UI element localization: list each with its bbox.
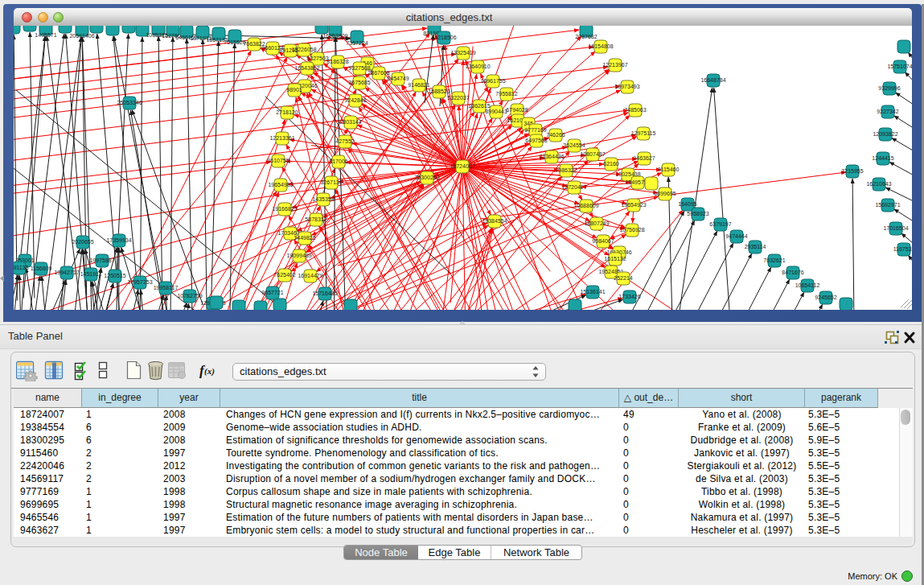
svg-text:1451911: 1451911 (80, 271, 102, 277)
svg-text:5958923: 5958923 (687, 211, 708, 216)
svg-text:16210643: 16210643 (866, 181, 891, 187)
svg-text:19942717: 19942717 (54, 270, 79, 275)
svg-text:7955812: 7955812 (495, 91, 517, 97)
svg-text:9242848: 9242848 (344, 97, 366, 103)
svg-text:991133: 991133 (14, 265, 29, 270)
svg-text:164095: 164095 (678, 201, 696, 207)
svg-text:16914479: 16914479 (298, 273, 322, 278)
svg-text:16648784: 16648784 (700, 77, 725, 83)
svg-text:817006: 817006 (329, 159, 347, 164)
svg-text:1167533: 1167533 (893, 246, 912, 252)
svg-text:16961755: 16961755 (480, 78, 505, 84)
svg-text:427552: 427552 (335, 138, 354, 144)
svg-text:7485063: 7485063 (624, 107, 646, 113)
svg-text:1588520: 1588520 (428, 89, 450, 94)
svg-text:2087682: 2087682 (575, 34, 597, 39)
svg-text:17359934: 17359934 (106, 237, 131, 243)
svg-text:9610755: 9610755 (267, 158, 289, 163)
svg-text:8186328: 8186328 (326, 59, 348, 64)
svg-text:9084067: 9084067 (592, 238, 614, 244)
svg-text:10756928: 10756928 (619, 227, 644, 233)
svg-text:19975887: 19975887 (89, 257, 114, 263)
svg-text:19654923: 19654923 (621, 202, 646, 208)
svg-text:16053809: 16053809 (322, 33, 347, 39)
svg-text:15716485: 15716485 (312, 290, 337, 296)
svg-text:7632621: 7632621 (763, 257, 785, 263)
svg-text:6794028: 6794028 (506, 107, 528, 113)
svg-text:9777169: 9777169 (524, 127, 546, 133)
svg-text:15751074: 15751074 (887, 64, 912, 69)
svg-text:10973493: 10973493 (614, 84, 639, 89)
svg-text:9657721: 9657721 (261, 290, 283, 295)
svg-text:10654112: 10654112 (795, 282, 820, 288)
svg-text:19958117: 19958117 (154, 285, 179, 290)
svg-text:13226058: 13226058 (291, 47, 316, 52)
svg-text:6497568: 6497568 (525, 138, 547, 143)
svg-text:2020655: 2020655 (72, 239, 93, 245)
svg-text:6899695: 6899695 (654, 191, 676, 196)
svg-text:13325419: 13325419 (450, 50, 475, 56)
svg-text:7357224: 7357224 (346, 40, 368, 46)
svg-text:2935114: 2935114 (745, 244, 766, 249)
svg-text:2718120: 2718120 (276, 109, 298, 115)
svg-text:6379197: 6379197 (709, 221, 731, 227)
svg-text:12213967: 12213967 (602, 62, 627, 68)
svg-text:19166825: 19166825 (272, 206, 297, 212)
svg-text:18807249: 18807249 (584, 220, 609, 226)
svg-text:15136141: 15136141 (580, 289, 605, 295)
svg-text:12213361: 12213361 (269, 135, 294, 141)
svg-text:17957253: 17957253 (127, 279, 152, 285)
svg-text:3267130: 3267130 (320, 179, 342, 185)
svg-text:1405571: 1405571 (35, 32, 56, 38)
svg-text:2803144: 2803144 (339, 119, 361, 125)
svg-text:5322037: 5322037 (447, 95, 469, 101)
svg-text:7986322: 7986322 (555, 167, 577, 173)
svg-text:8990443: 8990443 (485, 109, 507, 114)
svg-text:3215955: 3215955 (841, 168, 863, 174)
svg-text:1362615: 1362615 (468, 103, 490, 109)
svg-text:12975115: 12975115 (631, 130, 656, 136)
svg-text:19654983: 19654983 (268, 182, 293, 187)
svg-text:8454749: 8454749 (387, 76, 409, 81)
svg-text:5878312: 5878312 (305, 216, 326, 222)
svg-text:15692971: 15692971 (875, 202, 900, 208)
svg-text:20691406: 20691406 (69, 33, 94, 39)
svg-text:10807487: 10807487 (580, 151, 605, 157)
svg-text:1156809: 1156809 (31, 266, 52, 271)
svg-text:62160: 62160 (603, 161, 619, 167)
svg-text:9474444: 9474444 (725, 233, 747, 239)
svg-text:25053346: 25053346 (117, 100, 142, 105)
svg-text:19218506: 19218506 (431, 35, 456, 40)
svg-text:13640910: 13640910 (465, 64, 490, 69)
svg-text:9463627: 9463627 (633, 155, 655, 161)
svg-text:10782759: 10782759 (177, 293, 202, 299)
svg-text:7625402: 7625402 (273, 272, 295, 278)
svg-text:9227342: 9227342 (877, 109, 898, 114)
svg-text:17016504: 17016504 (883, 225, 908, 231)
svg-text:252214: 252214 (614, 275, 632, 281)
svg-text:3624554: 3624554 (563, 142, 585, 148)
svg-text:16154808: 16154808 (588, 43, 613, 49)
svg-text:8471676: 8471676 (782, 270, 803, 275)
svg-text:2867608: 2867608 (368, 70, 389, 76)
svg-text:18724007: 18724007 (450, 163, 474, 169)
svg-text:19384554: 19384554 (482, 218, 507, 224)
svg-text:1449822: 1449822 (294, 235, 315, 241)
svg-text:15720407: 15720407 (561, 184, 586, 190)
svg-text:98901: 98901 (286, 87, 302, 93)
svg-text:3675685: 3675685 (348, 80, 370, 85)
svg-text:1244415: 1244415 (872, 155, 893, 161)
svg-text:25300293: 25300293 (414, 175, 439, 180)
svg-text:9146821: 9146821 (408, 82, 429, 88)
svg-text:9327503: 9327503 (306, 56, 328, 61)
svg-text:1435354: 1435354 (312, 196, 334, 202)
svg-text:9115460: 9115460 (658, 167, 680, 172)
svg-text:1733426: 1733426 (618, 294, 640, 299)
svg-text:16543862: 16543862 (294, 65, 319, 71)
svg-text:1615132: 1615132 (604, 256, 626, 262)
svg-text:746266: 746266 (546, 132, 565, 138)
svg-text:(x): (x) (204, 366, 215, 377)
svg-text:9245652: 9245652 (815, 295, 836, 300)
svg-text:10688609: 10688609 (573, 203, 598, 208)
svg-text:1250515: 1250515 (104, 273, 125, 278)
